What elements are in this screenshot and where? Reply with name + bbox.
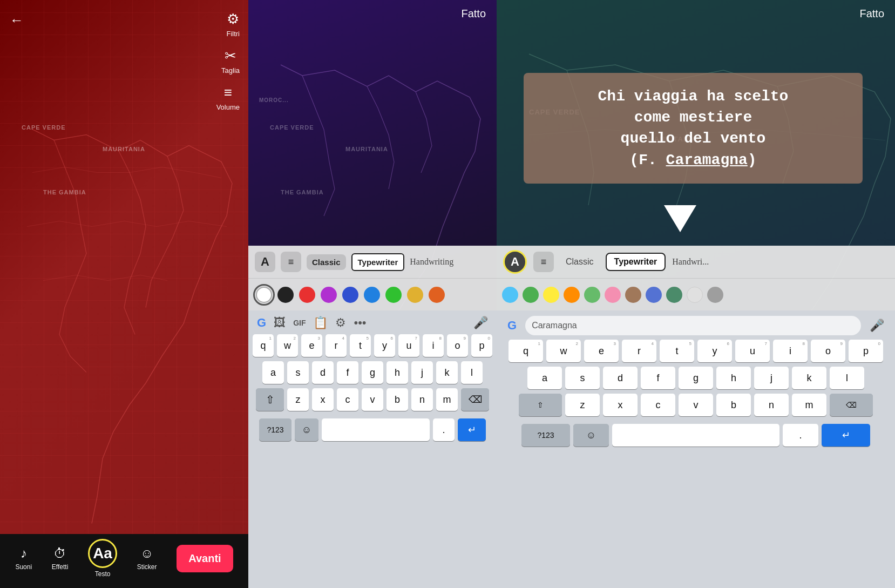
- google-icon3[interactable]: G: [507, 319, 517, 333]
- key3-123[interactable]: ?123: [521, 424, 570, 447]
- classic-style-button[interactable]: Classic: [307, 254, 346, 270]
- key3-i[interactable]: i8: [773, 340, 808, 362]
- handwriting-style-button3[interactable]: Handwri...: [672, 257, 709, 267]
- key-h[interactable]: h: [387, 361, 408, 384]
- key-period[interactable]: .: [433, 418, 455, 441]
- key-n[interactable]: n: [411, 388, 433, 411]
- key3-x[interactable]: x: [603, 394, 638, 416]
- microphone-icon3[interactable]: 🎤: [870, 319, 884, 333]
- key3-u[interactable]: u7: [735, 340, 770, 362]
- handwriting-style-button[interactable]: Handwriting: [410, 257, 453, 267]
- key3-z[interactable]: z: [565, 394, 600, 416]
- key-i[interactable]: i8: [423, 334, 444, 357]
- cut-button[interactable]: ✂ Taglia: [221, 48, 240, 75]
- keyboard-search-bar[interactable]: Caramagna: [525, 316, 861, 335]
- google-icon[interactable]: G: [257, 316, 266, 330]
- color-yellow[interactable]: [407, 287, 423, 303]
- color-dark-blue[interactable]: [342, 287, 358, 303]
- key-p[interactable]: p0: [471, 334, 492, 357]
- key3-p[interactable]: p0: [849, 340, 883, 362]
- color-red[interactable]: [299, 287, 315, 303]
- key3-t[interactable]: t5: [660, 340, 694, 362]
- key3-shift[interactable]: ⇧: [519, 394, 562, 416]
- key3-o[interactable]: o9: [811, 340, 845, 362]
- key-a[interactable]: a: [262, 361, 284, 384]
- key-z[interactable]: z: [287, 388, 309, 411]
- key3-b[interactable]: b: [716, 394, 751, 416]
- key-f[interactable]: f: [337, 361, 358, 384]
- key-t[interactable]: t5: [350, 334, 371, 357]
- testo-button[interactable]: Aa Testo: [88, 539, 117, 578]
- color-pink[interactable]: [605, 287, 621, 303]
- key-r[interactable]: r4: [326, 334, 347, 357]
- key3-q[interactable]: q1: [508, 340, 543, 362]
- color-teal[interactable]: [666, 287, 682, 303]
- key3-n[interactable]: n: [754, 394, 789, 416]
- key3-s[interactable]: s: [565, 367, 600, 389]
- color-blue[interactable]: [364, 287, 380, 303]
- key-123[interactable]: ?123: [259, 418, 291, 441]
- color-green[interactable]: [385, 287, 402, 303]
- key-o[interactable]: o9: [447, 334, 468, 357]
- key3-h[interactable]: h: [716, 367, 751, 389]
- key3-f[interactable]: f: [641, 367, 675, 389]
- settings-icon[interactable]: ⚙: [335, 316, 346, 330]
- key3-d[interactable]: d: [603, 367, 638, 389]
- text-align-button[interactable]: ≡: [281, 252, 301, 272]
- key-s[interactable]: s: [287, 361, 309, 384]
- color-black[interactable]: [277, 287, 294, 303]
- more-icon[interactable]: •••: [354, 316, 366, 330]
- key-e[interactable]: e3: [301, 334, 322, 357]
- key-x[interactable]: x: [312, 388, 334, 411]
- panel3-done-button[interactable]: Fatto: [859, 8, 884, 20]
- key-j[interactable]: j: [411, 361, 433, 384]
- key3-period[interactable]: .: [783, 424, 818, 447]
- color-orange[interactable]: [429, 287, 445, 303]
- color-white[interactable]: [256, 287, 272, 303]
- suoni-button[interactable]: ♪ Suoni: [15, 546, 32, 571]
- color-yellow2[interactable]: [543, 287, 559, 303]
- key-g[interactable]: g: [362, 361, 383, 384]
- key3-spacebar[interactable]: [612, 424, 779, 447]
- key3-enter[interactable]: ↵: [822, 424, 870, 447]
- key-c[interactable]: c: [337, 388, 358, 411]
- key-u[interactable]: u7: [398, 334, 419, 357]
- color-gray[interactable]: [707, 287, 723, 303]
- key3-k[interactable]: k: [792, 367, 826, 389]
- key-shift[interactable]: ⇧: [256, 388, 284, 411]
- filters-button[interactable]: ⚙ Filtri: [226, 11, 240, 38]
- gif-button[interactable]: GIF: [293, 319, 306, 327]
- text-style-a-button[interactable]: A: [255, 252, 275, 272]
- image-search-icon[interactable]: 🖼: [274, 316, 286, 330]
- text-align-button3[interactable]: ≡: [533, 252, 554, 272]
- panel2-done-button[interactable]: Fatto: [461, 8, 486, 20]
- color-brown[interactable]: [625, 287, 641, 303]
- volume-button[interactable]: ≡ Volume: [216, 84, 240, 111]
- effetti-button[interactable]: ⏱ Effetti: [52, 546, 68, 571]
- key3-l[interactable]: l: [830, 367, 864, 389]
- key3-e[interactable]: e3: [584, 340, 619, 362]
- key-w[interactable]: w2: [277, 334, 298, 357]
- typewriter-style-button[interactable]: Typewriter: [351, 253, 405, 271]
- key3-emoji[interactable]: ☺: [573, 424, 609, 447]
- color-mid-green[interactable]: [584, 287, 600, 303]
- key-delete[interactable]: ⌫: [461, 388, 489, 411]
- key3-j[interactable]: j: [754, 367, 789, 389]
- key-l[interactable]: l: [461, 361, 483, 384]
- text-a-circle-button[interactable]: A: [503, 250, 527, 274]
- key3-w[interactable]: w2: [546, 340, 581, 362]
- color-light-gray[interactable]: [687, 287, 703, 303]
- key-q[interactable]: q1: [253, 334, 274, 357]
- clipboard-icon[interactable]: 📋: [313, 316, 328, 330]
- classic-style-button3[interactable]: Classic: [560, 254, 599, 270]
- typewriter-style-button3[interactable]: Typewriter: [606, 253, 666, 271]
- key3-r[interactable]: r4: [622, 340, 656, 362]
- key-spacebar[interactable]: [322, 418, 430, 441]
- key3-v[interactable]: v: [679, 394, 713, 416]
- key3-c[interactable]: c: [641, 394, 675, 416]
- key3-a[interactable]: a: [527, 367, 562, 389]
- key-b[interactable]: b: [387, 388, 408, 411]
- key-emoji[interactable]: ☺: [295, 418, 318, 441]
- key3-y[interactable]: y6: [697, 340, 732, 362]
- key-d[interactable]: d: [312, 361, 334, 384]
